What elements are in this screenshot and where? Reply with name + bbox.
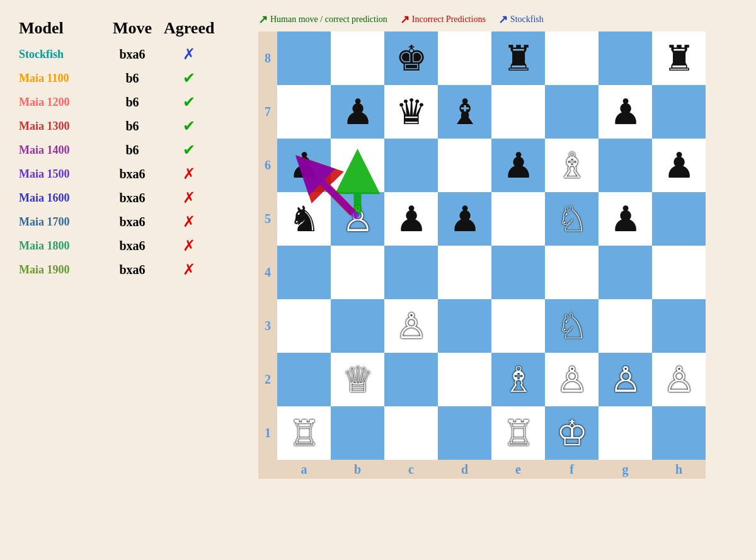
legend-human: ↗ Human move / correct prediction [258,13,387,26]
chess-piece: ♟ [449,202,481,237]
agreed-mark: ✔ [164,141,214,159]
model-name: Maia 1900 [19,263,101,277]
chess-piece: ♙ [342,202,374,237]
board-square [652,85,706,139]
board-square [384,406,438,460]
board-square: ♟ [491,139,545,192]
file-label: f [545,460,598,479]
board-square [277,246,331,299]
board-square [598,406,652,460]
table-row: Maia 1700bxa6✗ [13,210,239,233]
legend-bar: ↗ Human move / correct prediction ↗ Inco… [246,13,743,26]
board-square: ♕ [331,353,384,406]
agreed-mark: ✗ [164,165,214,183]
board-square: ♗ [545,139,598,192]
agreed-mark: ✔ [164,117,214,135]
chess-piece: ♘ [556,202,588,237]
table-body: Stockfishbxa6✗Maia 1100b6✔Maia 1200b6✔Ma… [13,43,239,281]
rank-label: 4 [258,246,277,299]
board-square: ♔ [545,406,598,460]
board-square [331,246,384,299]
agreed-mark: ✔ [164,93,214,111]
move-text: b6 [101,143,164,157]
board-square [331,406,384,460]
legend-incorrect-label: Incorrect Predictions [412,14,486,25]
board-square: ♛ [384,85,438,139]
board-square: ♟ [598,192,652,246]
col-header-agreed: Agreed [164,19,214,38]
board-square: ♚ [384,31,438,85]
agreed-mark: ✗ [164,261,214,278]
chess-piece: ♟ [503,148,534,183]
chess-board-container: 8♚♜♜7♟♛♝♟6♟♟♗♟5♞♙♟♟♘♟43♙♘2♕♗♙♙♙1♖♖♔abcde… [258,31,737,510]
legend-incorrect: ↗ Incorrect Predictions [400,13,486,26]
chess-piece: ♗ [556,148,588,183]
chess-piece: ♘ [556,309,588,344]
board-square: ♘ [545,192,598,246]
rank-label: 2 [258,353,277,406]
rank-label: 5 [258,192,277,246]
table-row: Maia 1200b6✔ [13,91,239,113]
model-name: Maia 1400 [19,144,101,157]
board-square: ♖ [491,406,545,460]
rank-label: 6 [258,139,277,192]
chess-piece: ♗ [503,362,534,397]
board-square [491,246,545,299]
chess-piece: ♚ [396,41,427,76]
model-name: Stockfish [19,48,101,61]
board-square [598,139,652,192]
board-square [598,246,652,299]
rank-label: 8 [258,31,277,85]
board-square: ♟ [598,85,652,139]
board-square [277,299,331,353]
board-square: ♙ [652,353,706,406]
legend-stockfish-label: Stockfish [510,14,544,25]
board-square: ♖ [277,406,331,460]
board-square [545,85,598,139]
chess-piece: ♟ [663,148,695,183]
board-square [438,31,491,85]
board-square: ♙ [545,353,598,406]
move-text: b6 [101,71,164,86]
chess-piece: ♜ [503,41,534,76]
board-square [652,192,706,246]
board-square [277,353,331,406]
table-row: Maia 1900bxa6✗ [13,258,239,281]
board-square [277,85,331,139]
move-text: bxa6 [101,239,164,253]
chess-piece: ♙ [663,362,695,397]
agreed-mark: ✔ [164,69,214,87]
board-square [491,192,545,246]
board-square: ♟ [384,192,438,246]
board-square: ♗ [491,353,545,406]
file-label: b [331,460,384,479]
chess-piece: ♟ [289,148,320,183]
board-square [491,299,545,353]
chess-piece: ♙ [610,362,641,397]
board-square [277,31,331,85]
chess-piece: ♖ [289,416,320,451]
chess-piece: ♝ [449,94,481,130]
board-square [438,139,491,192]
move-text: bxa6 [101,167,164,181]
board-square: ♜ [491,31,545,85]
model-name: Maia 1500 [19,168,101,181]
move-text: bxa6 [101,263,164,277]
agreed-mark: ✗ [164,189,214,207]
rank-label: 1 [258,406,277,460]
col-header-model: Model [19,19,101,38]
incorrect-arrow-icon: ↗ [400,13,410,26]
board-square [598,31,652,85]
board-square [652,406,706,460]
model-name: Maia 1100 [19,72,101,85]
model-name: Maia 1200 [19,96,101,109]
agreed-mark: ✗ [164,213,214,231]
col-header-move: Move [101,19,164,38]
chess-piece: ♜ [663,41,695,76]
board-square [384,353,438,406]
move-text: bxa6 [101,191,164,205]
stockfish-arrow-icon: ↗ [498,13,508,26]
board-square: ♞ [277,192,331,246]
agreed-mark: ✗ [164,237,214,254]
table-row: Maia 1500bxa6✗ [13,163,239,185]
